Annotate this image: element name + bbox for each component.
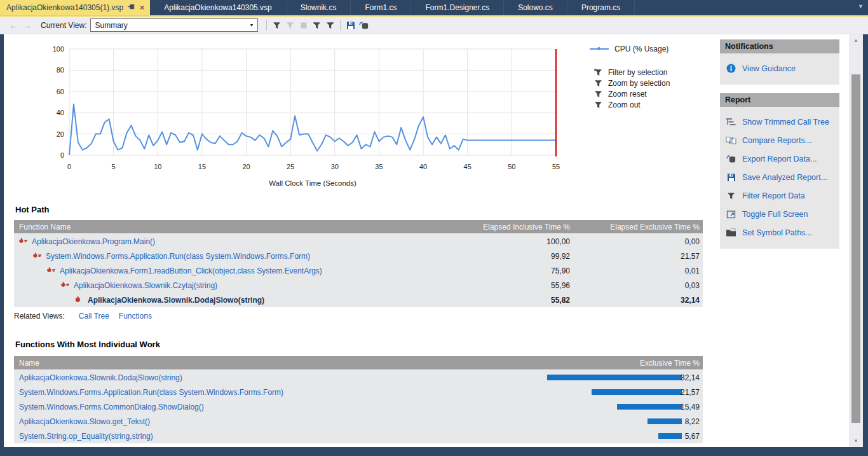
column-exclusive-time: Elapsed Exclusive Time % — [570, 223, 703, 231]
document-tab-bar: AplikacjaOkienkowa140305(1).vsp✕Aplikacj… — [0, 0, 868, 15]
x-tick-label: 5 — [112, 163, 116, 170]
save-icon[interactable] — [344, 19, 357, 32]
export-icon[interactable] — [357, 19, 370, 32]
x-tick-label: 50 — [508, 163, 515, 170]
zoom-by-selection-icon — [593, 79, 602, 87]
function-name-text: AplikacjaOkienkowa.Form1.readButton_Clic… — [60, 266, 322, 275]
hot-path-row: AplikacjaOkienkowa.Slownik.Czytaj(string… — [14, 278, 703, 293]
tab-label: Program.cs — [581, 3, 620, 12]
chart-action-list: Filter by selectionZoom by selectionZoom… — [593, 67, 670, 110]
panel-link-save-analyzed-report[interactable]: Save Analyzed Report... — [720, 168, 839, 186]
function-link[interactable]: AplikacjaOkienkowa.Slownik.DodajSlowo(st… — [14, 296, 468, 305]
x-tick-label: 10 — [154, 163, 161, 170]
exclusive-time-value: 0,03 — [570, 281, 703, 290]
scroll-up-icon[interactable]: ▲ — [849, 36, 863, 45]
current-view-select[interactable]: Summary ▼ — [90, 18, 258, 32]
filter-report-icon — [726, 192, 736, 200]
cpu-usage-series — [69, 104, 556, 155]
chart-action-zoom-reset[interactable]: Zoom reset — [593, 88, 670, 99]
function-link[interactable]: System.Windows.Forms.Application.Run(cla… — [14, 388, 283, 397]
column-name: Name — [14, 359, 570, 368]
tab-label: AplikacjaOkienkowa140305(1).vsp — [6, 3, 123, 12]
exclusive-time-bar — [648, 418, 682, 424]
panel-link-compare-reports[interactable]: Compare Reports... — [720, 131, 839, 149]
hot-path-table: Function Name Elapsed Inclusive Time % E… — [14, 220, 703, 307]
function-row: System.Windows.Forms.Application.Run(cla… — [14, 385, 703, 399]
tab-slownik-cs[interactable]: Slownik.cs — [287, 0, 351, 15]
function-row: AplikacjaOkienkowa.Slownik.DodajSlowo(st… — [14, 370, 703, 385]
inclusive-time-value: 75,90 — [468, 266, 570, 275]
x-tick-label: 55 — [552, 163, 560, 170]
functions-table: Name Exclusive Time % AplikacjaOkienkowa… — [14, 356, 703, 443]
tab-label: Form1.Designer.cs — [425, 3, 489, 12]
tab-form1-cs[interactable]: Form1.cs — [351, 0, 411, 15]
filter-icon[interactable] — [270, 19, 283, 32]
y-tick-label: 80 — [57, 66, 64, 74]
y-tick-label: 60 — [57, 88, 64, 95]
close-icon[interactable]: ✕ — [139, 4, 145, 11]
report-box: Report Show Trimmed Call TreeCompare Rep… — [720, 93, 839, 249]
pin-icon[interactable] — [128, 3, 135, 12]
x-tick-label: 30 — [331, 163, 339, 170]
panel-link-show-trimmed-call-tree[interactable]: Show Trimmed Call Tree — [720, 113, 839, 131]
y-tick-label: 20 — [57, 130, 64, 138]
scrollbar-thumb[interactable] — [851, 74, 860, 423]
toggle-fullscreen-icon — [726, 210, 736, 219]
forward-arrow-icon[interactable]: → — [20, 20, 33, 30]
panel-link-toggle-full-screen[interactable]: Toggle Full Screen — [720, 205, 839, 223]
back-arrow-icon[interactable]: ← — [8, 20, 20, 30]
tab-label: Form1.cs — [365, 3, 397, 12]
function-link[interactable]: AplikacjaOkienkowa.Slowo.get_Tekst() — [14, 417, 150, 426]
tab-aplikacjaokienkowa140305-vsp[interactable]: AplikacjaOkienkowa140305.vsp — [150, 0, 286, 15]
tab-program-cs[interactable]: Program.cs — [567, 0, 635, 15]
chart-action-zoom-by-selection[interactable]: Zoom by selection — [593, 78, 670, 88]
function-link[interactable]: AplikacjaOkienkowa.Slownik.Czytaj(string… — [14, 281, 468, 290]
hot-path-row: System.Windows.Forms.Application.Run(cla… — [14, 249, 703, 263]
exclusive-time-bar — [592, 389, 682, 395]
function-link[interactable]: System.String.op_Equality(string,string) — [14, 432, 153, 441]
report-toolbar: ← → Current View: Summary ▼ — [0, 17, 868, 34]
panel-link-export-report-data[interactable]: Export Report Data... — [720, 149, 839, 168]
function-row: AplikacjaOkienkowa.Slowo.get_Tekst()8,22 — [14, 414, 703, 429]
chart-action-zoom-out[interactable]: Zoom out — [593, 99, 670, 110]
scroll-down-icon[interactable]: ▼ — [849, 437, 863, 445]
function-link[interactable]: AplikacjaOkienkowa.Program.Main() — [14, 237, 468, 246]
current-view-label: Current View: — [41, 21, 86, 30]
x-tick-label: 15 — [198, 163, 206, 170]
related-views: Related Views: Call TreeFunctions — [14, 312, 161, 321]
functions-rows: AplikacjaOkienkowa.Slownik.DodajSlowo(st… — [14, 370, 703, 443]
panel-link-view-guidance[interactable]: View Guidance — [720, 59, 839, 78]
notifications-body: View Guidance — [720, 53, 839, 85]
exclusive-time-bar — [658, 433, 682, 439]
save-report-icon — [726, 173, 736, 182]
function-name-text: AplikacjaOkienkowa.Slownik.DodajSlowo(st… — [88, 296, 264, 305]
column-function-name: Function Name — [14, 223, 468, 231]
x-tick-label: 40 — [419, 163, 427, 170]
hot-path-rows: AplikacjaOkienkowa.Program.Main()100,000… — [14, 234, 703, 307]
function-link[interactable]: System.Windows.Forms.Application.Run(cla… — [14, 252, 468, 261]
tab-aplikacjaokienkowa140305-1-vsp[interactable]: AplikacjaOkienkowa140305(1).vsp✕ — [0, 0, 150, 15]
tab-form1-designer-cs[interactable]: Form1.Designer.cs — [411, 0, 504, 15]
tab-list-dropdown-icon[interactable]: ▼ — [858, 4, 864, 10]
related-view-call-tree[interactable]: Call Tree — [79, 312, 109, 321]
x-tick-label: 35 — [375, 163, 383, 170]
x-tick-label: 20 — [242, 163, 250, 170]
related-view-functions[interactable]: Functions — [119, 312, 152, 321]
filter-clear-icon[interactable] — [323, 19, 337, 32]
function-link[interactable]: AplikacjaOkienkowa.Slownik.DodajSlowo(st… — [14, 373, 182, 382]
panel-link-set-symbol-paths[interactable]: Set Symbol Paths... — [720, 223, 839, 242]
y-tick-label: 40 — [57, 109, 64, 116]
exclusive-time-value: 21,57 — [570, 252, 703, 261]
report-body: Show Trimmed Call TreeCompare Reports...… — [720, 107, 839, 249]
chart-action-label: Filter by selection — [608, 68, 667, 77]
column-inclusive-time: Elapsed Inclusive Time % — [468, 223, 570, 231]
tab-solowo-cs[interactable]: Solowo.cs — [504, 0, 567, 15]
function-link[interactable]: AplikacjaOkienkowa.Form1.readButton_Clic… — [14, 266, 468, 275]
filter-apply-icon[interactable] — [310, 19, 323, 32]
chart-action-filter-by-selection[interactable]: Filter by selection — [593, 67, 670, 78]
panel-link-filter-report-data[interactable]: Filter Report Data — [720, 186, 839, 205]
inclusive-time-value: 99,92 — [468, 252, 570, 261]
inclusive-time-value: 55,82 — [468, 296, 570, 305]
function-link[interactable]: System.Windows.Forms.CommonDialog.ShowDi… — [14, 403, 204, 411]
vertical-scrollbar[interactable]: ▲ ▼ — [849, 34, 863, 447]
